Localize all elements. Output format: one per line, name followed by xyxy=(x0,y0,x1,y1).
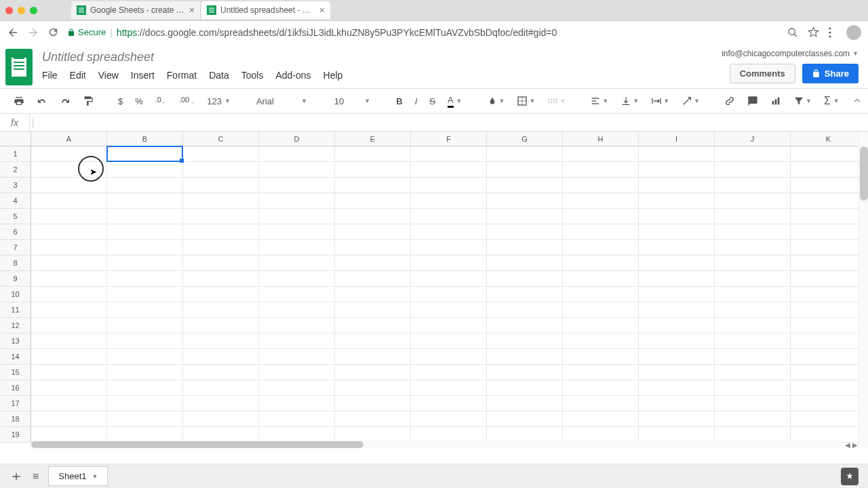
paint-format-button[interactable] xyxy=(79,93,98,109)
column-header[interactable]: I xyxy=(639,131,715,146)
cell[interactable] xyxy=(183,411,259,427)
row-header[interactable]: 1 xyxy=(0,146,31,162)
cell[interactable] xyxy=(639,302,715,318)
cell[interactable] xyxy=(639,224,715,240)
cell[interactable] xyxy=(639,240,715,256)
borders-button[interactable]: ▼ xyxy=(513,93,539,109)
cell[interactable] xyxy=(639,411,715,427)
cell[interactable] xyxy=(563,396,639,411)
comment-button[interactable] xyxy=(743,93,762,109)
cell[interactable] xyxy=(563,318,639,333)
cell[interactable] xyxy=(487,240,563,256)
cell[interactable] xyxy=(715,411,791,427)
cell[interactable] xyxy=(715,178,791,193)
menu-edit[interactable]: Edit xyxy=(70,70,86,81)
currency-button[interactable]: $ xyxy=(114,94,127,109)
cell[interactable] xyxy=(183,380,259,396)
cell[interactable] xyxy=(411,396,487,411)
cell[interactable] xyxy=(335,396,411,411)
cell[interactable] xyxy=(563,302,639,318)
cell[interactable] xyxy=(411,333,487,349)
cell[interactable] xyxy=(31,411,107,427)
caret-down-icon[interactable]: ▼ xyxy=(92,473,98,480)
cell[interactable] xyxy=(411,193,487,209)
cell[interactable] xyxy=(335,162,411,178)
formula-input[interactable] xyxy=(33,117,868,128)
cell[interactable] xyxy=(31,318,107,333)
cell[interactable] xyxy=(715,162,791,178)
row-header[interactable]: 12 xyxy=(0,318,31,333)
cell[interactable] xyxy=(563,349,639,365)
cell[interactable] xyxy=(715,302,791,318)
cell[interactable] xyxy=(411,349,487,365)
cell[interactable] xyxy=(411,411,487,427)
print-button[interactable] xyxy=(9,93,28,109)
fill-color-button[interactable]: ▼ xyxy=(483,93,509,109)
increase-decimal-button[interactable]: .00→ xyxy=(175,93,199,108)
cell[interactable] xyxy=(259,287,335,302)
chart-button[interactable] xyxy=(766,93,785,109)
cell[interactable] xyxy=(639,271,715,287)
row-header[interactable]: 4 xyxy=(0,193,31,209)
cell[interactable] xyxy=(183,396,259,411)
filter-button[interactable]: ▼ xyxy=(789,93,816,109)
cell[interactable] xyxy=(31,162,107,178)
cell[interactable] xyxy=(639,193,715,209)
cell[interactable] xyxy=(31,287,107,302)
browser-tab-2[interactable]: Untitled spreadsheet - Google × xyxy=(201,1,330,19)
cell[interactable] xyxy=(487,178,563,193)
vertical-scrollbar[interactable] xyxy=(859,131,868,449)
cell[interactable] xyxy=(259,380,335,396)
cell[interactable] xyxy=(791,318,867,333)
cell[interactable] xyxy=(335,224,411,240)
cell[interactable] xyxy=(259,302,335,318)
cell[interactable] xyxy=(791,396,867,411)
cell[interactable] xyxy=(715,240,791,256)
cell[interactable] xyxy=(259,209,335,224)
row-header[interactable]: 7 xyxy=(0,240,31,256)
cell[interactable] xyxy=(639,178,715,193)
cell[interactable] xyxy=(715,380,791,396)
cell[interactable] xyxy=(715,271,791,287)
row-header[interactable]: 14 xyxy=(0,349,31,365)
cell[interactable] xyxy=(487,365,563,380)
cell[interactable] xyxy=(639,318,715,333)
cell[interactable] xyxy=(411,224,487,240)
cell[interactable] xyxy=(107,349,183,365)
font-select[interactable]: Arial▼ xyxy=(251,96,313,106)
cell[interactable] xyxy=(31,302,107,318)
menu-view[interactable]: View xyxy=(98,70,119,81)
cell[interactable] xyxy=(183,178,259,193)
cell[interactable] xyxy=(791,146,867,162)
cell[interactable] xyxy=(487,209,563,224)
row-header[interactable]: 5 xyxy=(0,209,31,224)
menu-add-ons[interactable]: Add-ons xyxy=(275,70,311,81)
cell[interactable] xyxy=(31,256,107,271)
row-header[interactable]: 17 xyxy=(0,396,31,411)
menu-tools[interactable]: Tools xyxy=(241,70,264,81)
user-email[interactable]: info@chicagocomputerclasses.com ▼ xyxy=(722,49,859,58)
comments-button[interactable]: Comments xyxy=(730,64,795,83)
valign-button[interactable]: ▼ xyxy=(616,93,643,109)
cell[interactable] xyxy=(31,333,107,349)
cell[interactable] xyxy=(107,224,183,240)
cell[interactable] xyxy=(639,349,715,365)
column-header[interactable]: H xyxy=(563,131,639,146)
cell[interactable] xyxy=(335,333,411,349)
cell[interactable] xyxy=(259,193,335,209)
cell[interactable] xyxy=(183,302,259,318)
cell[interactable] xyxy=(791,209,867,224)
cell[interactable] xyxy=(107,209,183,224)
cell[interactable] xyxy=(791,380,867,396)
cell[interactable] xyxy=(259,349,335,365)
cell[interactable] xyxy=(31,240,107,256)
cell[interactable] xyxy=(183,240,259,256)
cell[interactable] xyxy=(107,256,183,271)
font-size-select[interactable]: 10▼ xyxy=(329,96,376,106)
row-header[interactable]: 2 xyxy=(0,162,31,178)
row-header[interactable]: 16 xyxy=(0,380,31,396)
cell[interactable] xyxy=(791,256,867,271)
cell[interactable] xyxy=(335,146,411,162)
cell[interactable] xyxy=(487,318,563,333)
cell[interactable] xyxy=(563,209,639,224)
